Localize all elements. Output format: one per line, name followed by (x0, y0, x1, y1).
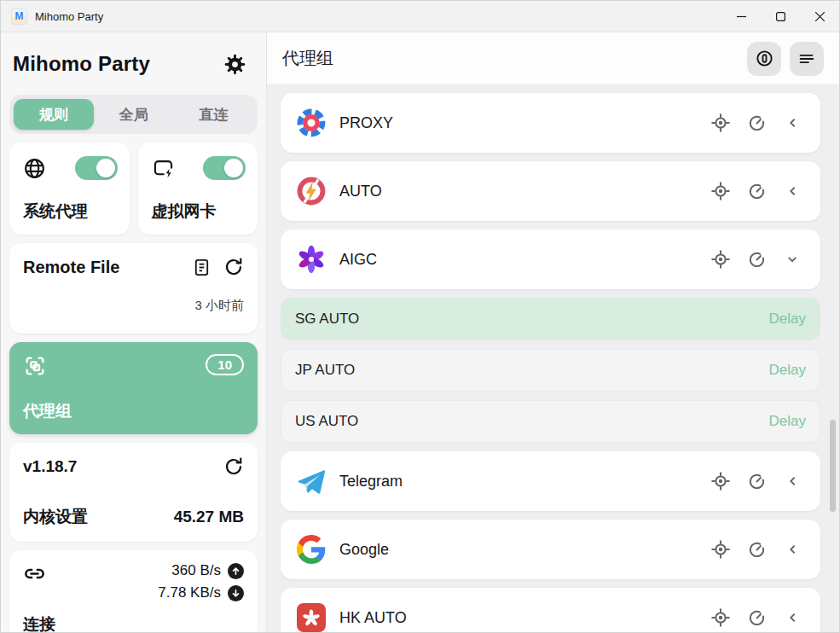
minimize-button[interactable] (721, 1, 761, 32)
auto-group-logo-icon (296, 176, 327, 206)
expand-chevron[interactable] (779, 110, 805, 136)
telegram-logo-icon (296, 466, 327, 497)
profile-updated-time: 3 小时前 (23, 298, 244, 314)
locate-proxy-button[interactable] (708, 605, 733, 630)
titlebar: M Mihomo Party (1, 1, 839, 32)
core-version: v1.18.7 (23, 457, 77, 476)
proxy-group-count-badge: 10 (206, 354, 244, 375)
main-header: 代理组 (267, 32, 839, 85)
group-name: Google (339, 541, 389, 559)
tun-label: 虚拟网卡 (152, 200, 246, 223)
group-row-auto[interactable]: AUTO (281, 161, 820, 221)
proxy-delay[interactable]: Delay (769, 311, 806, 328)
edit-file-icon[interactable] (192, 258, 211, 277)
collapse-chevron[interactable] (779, 247, 805, 272)
group-name: Telegram (339, 473, 403, 491)
expand-chevron[interactable] (779, 605, 805, 630)
core-memory: 45.27 MB (174, 508, 244, 526)
sidebar-title: Mihomo Party (13, 52, 150, 76)
delay-test-button[interactable] (744, 468, 769, 494)
locate-proxy-button[interactable] (708, 178, 733, 204)
proxy-delay[interactable]: Delay (769, 413, 806, 430)
aigc-group-logo-icon (296, 244, 327, 275)
proxy-delay[interactable]: Delay (769, 362, 806, 379)
proxy-name: US AUTO (295, 413, 358, 430)
core-settings-label: 内核设置 (23, 506, 88, 528)
link-icon (23, 562, 46, 585)
proxy-groups-label: 代理组 (23, 400, 244, 422)
main-panel: 代理组 (267, 32, 839, 633)
text-lines-icon (797, 49, 816, 68)
group-row-hk-auto[interactable]: HK AUTO (281, 588, 820, 633)
gear-icon (223, 53, 246, 76)
delay-test-button[interactable] (744, 605, 769, 630)
google-logo-icon (296, 534, 327, 565)
maximize-button[interactable] (761, 1, 800, 32)
locate-proxy-button[interactable] (708, 468, 733, 494)
sidebar-item-proxy-groups[interactable]: 10 代理组 (9, 342, 258, 434)
core-card[interactable]: v1.18.7 内核设置 45.27 MB (9, 443, 258, 542)
group-row-google[interactable]: Google (281, 520, 820, 579)
titlebar-title: Mihomo Party (35, 10, 103, 23)
group-name: PROXY (339, 114, 393, 132)
group-name: AUTO (339, 183, 382, 200)
globe-icon (23, 157, 46, 180)
tun-card[interactable]: 虚拟网卡 (138, 142, 258, 235)
expand-chevron[interactable] (779, 468, 805, 494)
proxy-group-logo-icon (296, 107, 327, 138)
close-icon (815, 12, 825, 21)
delay-test-button[interactable] (744, 247, 769, 272)
system-proxy-label: 系统代理 (23, 200, 118, 223)
group-name: HK AUTO (339, 609, 407, 627)
download-arrow-icon (228, 585, 244, 601)
tab-rule[interactable]: 规则 (14, 99, 94, 130)
app-logo-icon: M (11, 9, 27, 25)
locate-proxy-button[interactable] (708, 537, 733, 562)
expand-chevron[interactable] (779, 537, 805, 562)
system-proxy-card[interactable]: 系统代理 (9, 142, 130, 235)
delay-test-button[interactable] (744, 537, 769, 562)
expand-chevron[interactable] (779, 178, 805, 204)
list-layout-button[interactable] (790, 42, 824, 76)
upload-speed: 360 B/s (171, 562, 221, 579)
close-button[interactable] (800, 1, 839, 32)
core-restart-icon[interactable] (223, 456, 244, 477)
profile-card[interactable]: Remote File 3 小时前 (9, 243, 258, 334)
window-controls (721, 1, 839, 32)
settings-button[interactable] (222, 51, 247, 77)
group-row-telegram[interactable]: Telegram (281, 451, 820, 511)
upload-arrow-icon (228, 563, 244, 579)
proxy-name: SG AUTO (295, 311, 359, 328)
locate-proxy-button[interactable] (708, 247, 733, 272)
page-title: 代理组 (282, 47, 333, 70)
proxy-name: JP AUTO (295, 362, 355, 379)
hk-flag-icon (296, 602, 327, 633)
tun-toggle[interactable] (203, 156, 246, 180)
delay-test-button[interactable] (744, 110, 769, 136)
sidebar: Mihomo Party (1, 32, 267, 633)
delay-display-toggle-button[interactable] (747, 42, 781, 76)
circled-zero-icon (755, 49, 774, 68)
group-row-aigc[interactable]: AIGC (281, 229, 820, 289)
proxy-item-jp-auto[interactable]: JP AUTO Delay (281, 349, 820, 392)
tab-direct[interactable]: 直连 (173, 99, 253, 130)
maximize-icon (776, 12, 785, 21)
profile-name: Remote File (23, 258, 119, 277)
scrollbar-thumb[interactable] (830, 420, 836, 512)
minimize-icon (737, 12, 746, 21)
delay-test-button[interactable] (744, 178, 769, 204)
locate-proxy-button[interactable] (708, 110, 733, 136)
system-proxy-toggle[interactable] (75, 156, 118, 180)
connections-label: 连接 (23, 613, 244, 633)
download-speed: 7.78 KB/s (158, 584, 221, 601)
refresh-icon[interactable] (223, 257, 244, 277)
tun-device-icon (152, 157, 175, 180)
group-name: AIGC (339, 251, 377, 269)
proxy-item-us-auto[interactable]: US AUTO Delay (281, 400, 820, 443)
proxy-item-sg-auto[interactable]: SG AUTO Delay (281, 298, 820, 340)
connections-card[interactable]: 360 B/s 7.78 KB/s 连接 (9, 550, 258, 633)
proxy-group-list: PROXY (267, 85, 839, 633)
tab-global[interactable]: 全局 (94, 99, 174, 130)
group-row-proxy[interactable]: PROXY (281, 93, 820, 153)
outbound-mode-tabs: 规则 全局 直连 (9, 95, 258, 134)
